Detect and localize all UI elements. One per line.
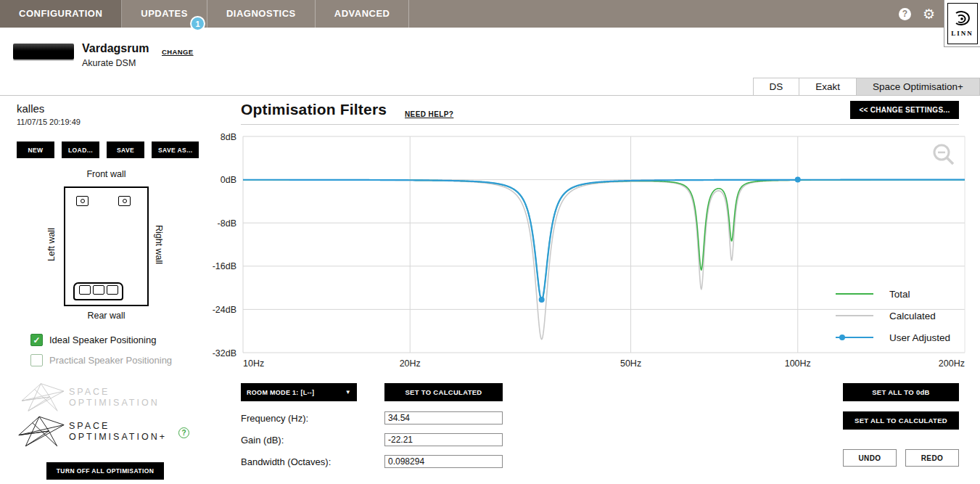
- linn-logo[interactable]: LINN: [944, 0, 980, 47]
- settings-gear-icon[interactable]: ⚙: [923, 7, 935, 21]
- help-icon[interactable]: ?: [899, 8, 911, 20]
- device-name: Vardagsrum: [82, 42, 149, 55]
- dropdown-arrow-icon: ▼: [345, 389, 351, 395]
- preset-timestamp: 11/07/15 20:19:49: [17, 118, 81, 126]
- legend-item-user-adjusted: User Adjusted: [836, 327, 950, 348]
- change-device-link[interactable]: CHANGE: [162, 48, 194, 56]
- save-as-button[interactable]: SAVE AS...: [152, 141, 199, 158]
- device-image: [13, 44, 74, 60]
- svg-text:20Hz: 20Hz: [400, 358, 421, 369]
- tab-exakt[interactable]: Exakt: [799, 78, 857, 95]
- svg-text:100Hz: 100Hz: [785, 358, 811, 369]
- svg-text:-8dB: -8dB: [218, 218, 236, 229]
- legend-label: Total: [889, 289, 910, 300]
- sofa-cushion: [107, 285, 118, 295]
- room-mode-selected-value: ROOM MODE 1: [L--]: [247, 389, 314, 396]
- ideal-positioning-checkbox[interactable]: ✓: [30, 334, 43, 346]
- tab-advanced[interactable]: ADVANCED: [316, 0, 410, 28]
- linn-logo-icon: [952, 9, 973, 28]
- gain-label: Gain (dB):: [241, 435, 384, 446]
- tab-diagnostics[interactable]: DIAGNOSTICS: [207, 0, 316, 28]
- space-optimisation-plus-help-icon[interactable]: ?: [178, 427, 189, 438]
- linn-logo-text: LINN: [951, 30, 973, 37]
- left-speaker-icon[interactable]: [76, 196, 88, 206]
- frequency-input[interactable]: [384, 411, 503, 424]
- space-optimisation-logo-icon: [20, 382, 65, 412]
- turn-off-all-optimisation-button[interactable]: TURN OFF ALL OPTIMISATION: [46, 462, 164, 480]
- page-title: Optimisation Filters: [241, 101, 387, 118]
- undo-button[interactable]: UNDO: [843, 449, 897, 467]
- gain-field-row: Gain (dB):: [241, 433, 509, 446]
- tab-space-optimisation-plus[interactable]: Space Optimisation+: [856, 78, 980, 95]
- device-model: Akurate DSM: [82, 58, 136, 68]
- svg-text:200Hz: 200Hz: [939, 358, 965, 369]
- sofa-cushion: [79, 285, 91, 295]
- view-tabs: DS Exakt Space Optimisation+: [754, 78, 980, 95]
- rear-wall-label: Rear wall: [64, 311, 149, 321]
- space-optimisation-plus-logo-icon: [17, 414, 65, 448]
- svg-text:0dB: 0dB: [221, 175, 236, 185]
- user-adjusted-marker-dot: [839, 335, 845, 340]
- svg-text:-16dB: -16dB: [213, 261, 236, 271]
- bandwidth-label: Bandwidth (Octaves):: [241, 456, 384, 467]
- ideal-positioning-label: Ideal Speaker Positioning: [49, 335, 156, 345]
- user-adjusted-line-sample: [836, 337, 873, 338]
- set-all-to-0db-button[interactable]: SET ALL TO 0dB: [843, 383, 959, 401]
- set-all-to-calculated-button[interactable]: SET ALL TO CALCULATED: [843, 411, 959, 430]
- bandwidth-field-row: Bandwidth (Octaves):: [241, 455, 509, 468]
- tab-configuration[interactable]: CONFIGURATION: [0, 0, 122, 28]
- room-mode-select[interactable]: ROOM MODE 1: [L--] ▼: [241, 383, 357, 401]
- practical-positioning-label: Practical Speaker Positioning: [49, 355, 172, 366]
- legend-item-calculated: Calculated: [836, 305, 950, 327]
- title-divider: [241, 124, 959, 125]
- tab-ds[interactable]: DS: [753, 78, 800, 95]
- space-optimisation-plus-label: SPACE OPTIMISATION+: [69, 421, 167, 443]
- updates-count-badge: 1: [190, 16, 205, 31]
- linn-konfig-app: CONFIGURATION UPDATES DIAGNOSTICS ADVANC…: [0, 0, 980, 484]
- svg-text:50Hz: 50Hz: [620, 358, 641, 369]
- sofa-cushion: [93, 285, 104, 295]
- ideal-positioning-row: ✓ Ideal Speaker Positioning: [30, 334, 156, 346]
- speaker-driver-dot: [81, 199, 85, 203]
- right-speaker-icon[interactable]: [118, 196, 131, 206]
- listening-sofa-icon[interactable]: [73, 282, 123, 300]
- practical-positioning-row: Practical Speaker Positioning: [30, 354, 172, 366]
- zoom-out-icon[interactable]: [931, 142, 956, 167]
- set-to-calculated-button[interactable]: SET TO CALCULATED: [384, 383, 503, 401]
- need-help-link[interactable]: NEED HELP?: [405, 110, 453, 118]
- legend-label: User Adjusted: [889, 332, 950, 343]
- preset-file-buttons: NEW LOAD... SAVE SAVE AS...: [17, 141, 199, 158]
- load-button[interactable]: LOAD...: [62, 141, 99, 158]
- frequency-field-row: Frequency (Hz):: [241, 411, 509, 424]
- svg-text:-32dB: -32dB: [213, 348, 236, 358]
- bandwidth-input[interactable]: [384, 455, 503, 468]
- linn-logo-frame: LINN: [947, 3, 978, 44]
- practical-positioning-checkbox[interactable]: [30, 354, 43, 366]
- save-button[interactable]: SAVE: [107, 141, 144, 158]
- calculated-line-sample: [836, 315, 873, 316]
- redo-button[interactable]: REDO: [905, 449, 959, 467]
- total-line-sample: [836, 293, 873, 295]
- gain-input[interactable]: [384, 433, 503, 446]
- legend-item-total: Total: [836, 283, 950, 305]
- change-settings-button[interactable]: << CHANGE SETTINGS...: [850, 101, 959, 119]
- frequency-label: Frequency (Hz):: [241, 413, 384, 424]
- new-button[interactable]: NEW: [17, 141, 54, 158]
- space-optimisation-label: SPACE OPTIMISATION: [69, 387, 160, 409]
- speaker-driver-dot: [123, 199, 127, 203]
- right-wall-label: Right wall: [154, 219, 164, 270]
- front-wall-label: Front wall: [64, 169, 149, 179]
- left-wall-label: Left wall: [46, 219, 57, 270]
- preset-name: kalles: [17, 102, 44, 115]
- topbar-icons: ? ⚙: [899, 0, 935, 28]
- svg-text:8dB: 8dB: [221, 132, 236, 142]
- svg-text:-24dB: -24dB: [213, 305, 236, 315]
- chart-legend: Total Calculated User Adjusted: [836, 283, 950, 348]
- legend-label: Calculated: [889, 311, 936, 321]
- top-navigation: CONFIGURATION UPDATES DIAGNOSTICS ADVANC…: [0, 0, 980, 28]
- svg-text:10Hz: 10Hz: [243, 358, 264, 369]
